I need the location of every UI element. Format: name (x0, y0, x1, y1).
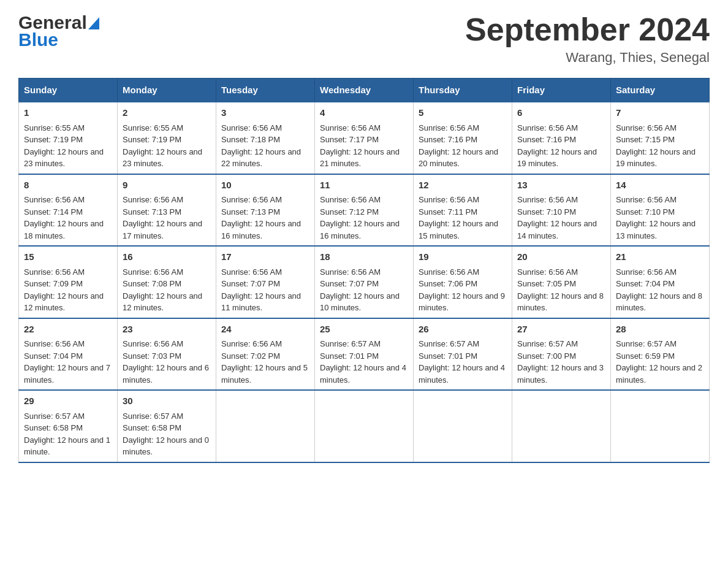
day-sunrise: Sunrise: 6:55 AM (123, 123, 183, 132)
calendar-day-cell: 12Sunrise: 6:56 AMSunset: 7:11 PMDayligh… (414, 174, 512, 247)
day-sunset: Sunset: 7:05 PM (517, 279, 576, 288)
day-number: 18 (320, 250, 408, 264)
day-sunset: Sunset: 6:58 PM (123, 423, 181, 432)
day-number: 1 (24, 106, 112, 120)
day-sunset: Sunset: 7:10 PM (517, 207, 576, 216)
day-sunrise: Sunrise: 6:56 AM (123, 195, 183, 204)
calendar-header-tuesday: Tuesday (216, 79, 315, 102)
day-sunset: Sunset: 7:08 PM (123, 279, 181, 288)
day-sunset: Sunset: 7:13 PM (123, 207, 181, 216)
day-daylight: Daylight: 12 hours and 13 minutes. (616, 219, 696, 240)
day-number: 10 (221, 178, 309, 193)
day-sunrise: Sunrise: 6:56 AM (221, 339, 282, 348)
day-daylight: Daylight: 12 hours and 8 minutes. (616, 291, 702, 313)
day-number: 28 (616, 323, 704, 337)
day-sunset: Sunset: 7:13 PM (221, 207, 280, 216)
day-sunset: Sunset: 7:04 PM (616, 279, 675, 288)
day-sunrise: Sunrise: 6:56 AM (221, 195, 282, 204)
day-daylight: Daylight: 12 hours and 12 minutes. (24, 291, 104, 313)
svg-marker-0 (88, 17, 99, 29)
day-number: 30 (123, 394, 211, 408)
day-sunrise: Sunrise: 6:56 AM (517, 195, 578, 204)
day-daylight: Daylight: 12 hours and 7 minutes. (24, 363, 110, 385)
day-number: 3 (221, 106, 309, 120)
day-sunrise: Sunrise: 6:57 AM (320, 339, 381, 348)
logo-triangle-icon (88, 17, 99, 29)
day-daylight: Daylight: 12 hours and 4 minutes. (320, 363, 406, 385)
calendar-day-cell: 7Sunrise: 6:56 AMSunset: 7:15 PMDaylight… (611, 102, 710, 174)
day-number: 26 (419, 323, 507, 337)
day-sunset: Sunset: 6:59 PM (616, 351, 675, 361)
day-number: 11 (320, 178, 408, 193)
day-sunrise: Sunrise: 6:57 AM (24, 412, 85, 421)
day-sunrise: Sunrise: 6:56 AM (616, 123, 677, 132)
day-sunset: Sunset: 7:18 PM (221, 135, 280, 144)
calendar-header-row: SundayMondayTuesdayWednesdayThursdayFrid… (19, 79, 710, 102)
calendar-day-cell: 29Sunrise: 6:57 AMSunset: 6:58 PMDayligh… (19, 390, 118, 462)
day-number: 17 (221, 250, 309, 264)
day-sunrise: Sunrise: 6:56 AM (320, 195, 381, 204)
day-sunrise: Sunrise: 6:56 AM (517, 123, 578, 132)
day-sunrise: Sunrise: 6:56 AM (24, 195, 85, 204)
day-sunset: Sunset: 7:04 PM (24, 351, 83, 361)
day-number: 19 (419, 250, 507, 264)
day-sunrise: Sunrise: 6:56 AM (517, 267, 578, 277)
day-sunrise: Sunrise: 6:57 AM (123, 412, 183, 421)
day-sunrise: Sunrise: 6:56 AM (419, 267, 479, 277)
day-daylight: Daylight: 12 hours and 12 minutes. (123, 291, 202, 313)
day-daylight: Daylight: 12 hours and 9 minutes. (419, 291, 505, 313)
day-sunrise: Sunrise: 6:57 AM (616, 339, 677, 348)
calendar-day-cell: 11Sunrise: 6:56 AMSunset: 7:12 PMDayligh… (315, 174, 414, 247)
day-number: 21 (616, 250, 704, 264)
day-number: 4 (320, 106, 408, 120)
day-sunrise: Sunrise: 6:57 AM (419, 339, 479, 348)
day-sunrise: Sunrise: 6:55 AM (24, 123, 85, 132)
calendar-day-cell: 28Sunrise: 6:57 AMSunset: 6:59 PMDayligh… (611, 318, 710, 391)
day-sunrise: Sunrise: 6:57 AM (517, 339, 578, 348)
calendar-day-cell (315, 390, 414, 462)
calendar-day-cell: 14Sunrise: 6:56 AMSunset: 7:10 PMDayligh… (611, 174, 710, 247)
calendar-day-cell: 27Sunrise: 6:57 AMSunset: 7:00 PMDayligh… (512, 318, 611, 391)
calendar-day-cell: 5Sunrise: 6:56 AMSunset: 7:16 PMDaylight… (414, 102, 512, 174)
day-daylight: Daylight: 12 hours and 3 minutes. (517, 363, 604, 385)
day-daylight: Daylight: 12 hours and 19 minutes. (517, 147, 597, 169)
calendar-day-cell: 3Sunrise: 6:56 AMSunset: 7:18 PMDaylight… (216, 102, 315, 174)
calendar-week-row: 8Sunrise: 6:56 AMSunset: 7:14 PMDaylight… (19, 174, 710, 247)
day-sunset: Sunset: 7:00 PM (517, 351, 576, 361)
day-sunset: Sunset: 7:12 PM (320, 207, 379, 216)
day-sunrise: Sunrise: 6:56 AM (320, 123, 381, 132)
subtitle: Warang, Thies, Senegal (465, 50, 710, 66)
day-sunset: Sunset: 7:19 PM (24, 135, 83, 144)
day-sunset: Sunset: 7:19 PM (123, 135, 181, 144)
day-number: 8 (24, 178, 112, 193)
calendar-day-cell (512, 390, 611, 462)
day-daylight: Daylight: 12 hours and 11 minutes. (221, 291, 301, 313)
title-area: September 2024 Warang, Thies, Senegal (465, 12, 710, 66)
day-sunset: Sunset: 7:11 PM (419, 207, 477, 216)
day-sunrise: Sunrise: 6:56 AM (419, 195, 479, 204)
day-number: 23 (123, 323, 211, 337)
calendar-week-row: 1Sunrise: 6:55 AMSunset: 7:19 PMDaylight… (19, 102, 710, 174)
calendar-day-cell: 2Sunrise: 6:55 AMSunset: 7:19 PMDaylight… (118, 102, 216, 174)
day-daylight: Daylight: 12 hours and 0 minutes. (123, 435, 209, 457)
day-sunrise: Sunrise: 6:56 AM (221, 123, 282, 132)
day-sunrise: Sunrise: 6:56 AM (123, 339, 183, 348)
day-daylight: Daylight: 12 hours and 16 minutes. (221, 219, 301, 240)
day-daylight: Daylight: 12 hours and 2 minutes. (616, 363, 702, 385)
day-daylight: Daylight: 12 hours and 8 minutes. (517, 291, 604, 313)
day-number: 24 (221, 323, 309, 337)
day-number: 2 (123, 106, 211, 120)
day-sunset: Sunset: 6:58 PM (24, 423, 83, 432)
day-sunrise: Sunrise: 6:56 AM (616, 195, 677, 204)
day-daylight: Daylight: 12 hours and 23 minutes. (123, 147, 202, 169)
day-number: 20 (517, 250, 605, 264)
day-number: 16 (123, 250, 211, 264)
day-sunrise: Sunrise: 6:56 AM (24, 267, 85, 277)
calendar-day-cell: 10Sunrise: 6:56 AMSunset: 7:13 PMDayligh… (216, 174, 315, 247)
calendar-header-thursday: Thursday (414, 79, 512, 102)
day-number: 25 (320, 323, 408, 337)
calendar-day-cell: 22Sunrise: 6:56 AMSunset: 7:04 PMDayligh… (19, 318, 118, 391)
day-number: 15 (24, 250, 112, 264)
calendar-day-cell: 8Sunrise: 6:56 AMSunset: 7:14 PMDaylight… (19, 174, 118, 247)
calendar-table: SundayMondayTuesdayWednesdayThursdayFrid… (18, 78, 710, 463)
